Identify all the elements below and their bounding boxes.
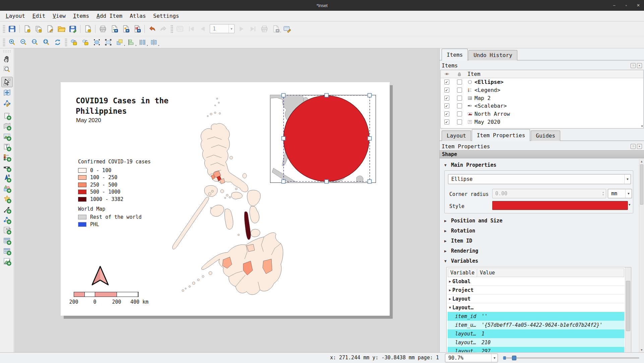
tab-guides[interactable]: Guides [531,131,560,141]
section-rotation[interactable]: ▶Rotation [444,228,639,234]
menu-items[interactable]: Items [69,12,93,20]
group-items-icon[interactable] [91,37,102,47]
move-item-content-icon[interactable] [1,87,13,98]
lock-items-icon[interactable] [69,37,79,47]
menu-edit[interactable]: Edit [29,12,49,20]
map-title-label[interactable]: COVID19 Cases in the Philippines [76,96,169,116]
raise-items-icon[interactable]: ▾ [114,37,125,47]
lock-checkbox[interactable] [457,88,462,93]
toolbar-drag-handle[interactable] [3,38,5,46]
toolbar-drag-handle[interactable] [65,38,67,46]
first-feature-icon[interactable] [186,24,197,34]
select-move-item-icon[interactable] [1,77,13,87]
tab-items[interactable]: Items [442,49,468,60]
save-as-icon[interactable] [67,24,78,34]
layout-page[interactable]: COVID19 Cases in the Philippines May 202… [61,82,390,316]
menu-layout[interactable]: Layout [2,12,29,20]
inset-world-map[interactable] [270,95,376,183]
add-arrow-icon[interactable] [1,204,13,214]
toolbar-drag-handle[interactable] [3,50,11,52]
variables-scrollbar[interactable]: ▼ [625,267,631,352]
selection-handle[interactable] [282,137,285,140]
corner-radius-input[interactable]: 0.00 ▲▼ [492,189,606,198]
float-panel-icon[interactable]: ❐ [631,144,636,149]
scroll-down-icon[interactable]: ▼ [639,348,644,352]
lock-checkbox[interactable] [457,103,462,108]
lock-checkbox[interactable] [457,96,462,101]
item-row[interactable]: ✓<Scalebar> [441,102,643,110]
add-north-arrow-icon[interactable]: N [1,173,13,183]
visibility-checkbox[interactable]: ✓ [444,103,449,108]
add-label-icon[interactable]: T [1,142,13,152]
add-shape-icon[interactable] [1,183,13,194]
item-row[interactable]: ✓<Legend> [441,86,643,94]
zoom-slider-handle[interactable] [512,356,516,360]
zoom-full-icon[interactable] [41,37,52,47]
visibility-checkbox[interactable]: ✓ [444,111,449,116]
selection-handle[interactable] [325,180,328,184]
lock-checkbox[interactable] [457,111,462,116]
variables-group-layout[interactable]: ▼Layout… [448,303,624,312]
menu-atlas[interactable]: Atlas [126,12,149,20]
print-icon[interactable] [98,24,108,34]
selection-handle[interactable] [368,94,372,97]
variable-row[interactable]: layout…1 [448,329,624,338]
visibility-checkbox[interactable]: ✓ [444,96,449,101]
distribute-items-icon[interactable]: ▾ [137,37,148,47]
edit-nodes-item-icon[interactable] [1,98,13,108]
items-scroll-down-icon[interactable]: ▼ [641,124,643,128]
atlas-settings-icon[interactable] [282,24,293,34]
unlock-items-icon[interactable] [80,37,91,47]
scalebar-item[interactable]: 2000200400 km [74,292,139,306]
corner-radius-unit-select[interactable]: mm ▼ [608,189,632,198]
item-row[interactable]: ✓<Ellipse> [441,78,643,86]
pan-tool-icon[interactable] [1,54,13,64]
menu-add-item[interactable]: Add Item [93,12,126,20]
variable-row[interactable]: layout…210 [448,338,624,347]
zoom-actual-icon[interactable]: 1:1 [29,37,40,47]
legend-item[interactable]: Confirmed COVID-19 cases0 - 100100 - 250… [78,159,151,228]
align-items-icon[interactable]: ▾ [126,37,136,47]
shape-type-select[interactable]: Ellipse ▼ [448,174,631,184]
map-subtitle-label[interactable]: May 2020 [76,117,101,124]
add-picture-icon[interactable] [1,131,13,142]
zoom-level-combobox[interactable]: 90.7% ▼ [445,354,498,362]
undo-icon[interactable] [147,24,157,34]
toolbar-drag-handle[interactable] [171,25,173,33]
add-attribute-table-icon[interactable] [1,235,13,246]
variable-row[interactable]: item_u…'{57dbeff7-4a05-4422-9624-b1efc07… [448,321,624,329]
duplicate-layout-icon[interactable] [33,24,44,34]
close-panel-icon[interactable]: ✕ [637,63,642,68]
tab-item-properties[interactable]: Item Properties [472,129,530,141]
close-icon[interactable]: ✕ [636,3,641,8]
selection-handle[interactable] [282,94,285,97]
ungroup-items-icon[interactable] [103,37,114,47]
tab-layout[interactable]: Layout [442,131,471,141]
add-marker-icon[interactable] [1,194,13,204]
export-pdf-icon[interactable] [132,24,142,34]
redo-icon[interactable] [158,24,169,34]
add-3d-map-icon[interactable] [1,121,13,131]
variable-row[interactable]: item_id'' [448,312,624,321]
print-atlas-icon[interactable] [259,24,270,34]
selection-handle[interactable] [368,180,372,184]
item-row[interactable]: ✓TMay 2020 [441,118,643,126]
selection-handle[interactable] [282,180,285,184]
layout-manager-icon[interactable] [45,24,55,34]
atlas-preview-icon[interactable] [175,24,185,34]
variables-group-layout[interactable]: ▶Layout [448,295,624,303]
spin-arrows-icon[interactable]: ▲▼ [600,191,606,197]
variables-section[interactable]: ▼ Variables [444,258,639,264]
selection-handle[interactable] [368,137,372,140]
zoom-in-icon[interactable] [7,37,17,47]
variable-row[interactable]: layout…297 [448,347,624,352]
export-image-icon[interactable] [109,24,120,34]
float-panel-icon[interactable]: ❐ [631,63,636,68]
item-row[interactable]: ✓Map 2 [441,94,643,102]
add-legend-icon[interactable] [1,152,13,162]
save-as-template-icon[interactable] [82,24,93,34]
section-rendering[interactable]: ▶Rendering [444,248,639,254]
tab-undo-history[interactable]: Undo History [468,50,517,60]
section-position-and-size[interactable]: ▶Position and Size [444,218,639,223]
zoom-slider[interactable] [503,355,639,361]
